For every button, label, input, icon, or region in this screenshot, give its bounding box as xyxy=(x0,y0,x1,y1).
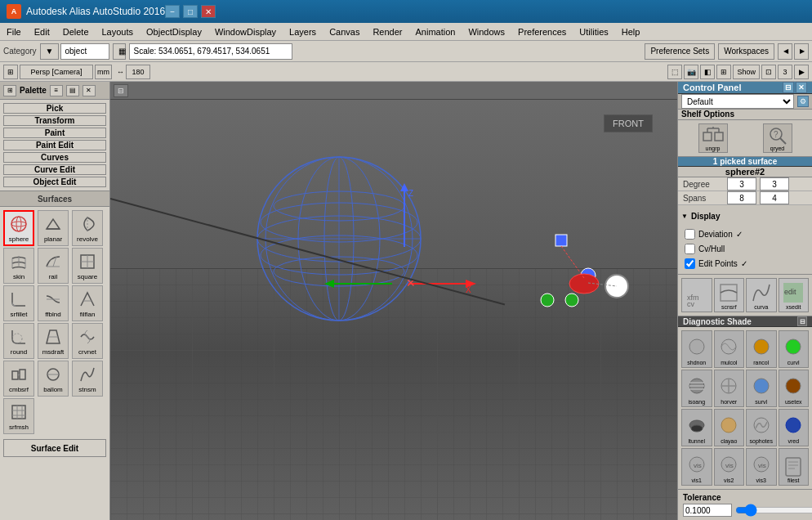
unit-btn[interactable]: mm xyxy=(95,65,112,79)
diag-icon-horver[interactable]: horver xyxy=(714,370,745,407)
xfm-icon-curva[interactable]: curva xyxy=(746,278,777,312)
surface-icon-square[interactable]: square xyxy=(72,248,103,284)
transform-btn[interactable]: Transform xyxy=(3,115,106,126)
category-value[interactable]: object xyxy=(60,43,109,60)
shelf-icon-qryed[interactable]: ? qryed xyxy=(763,123,792,153)
surface-icon-cmbsrf[interactable]: cmbsrf xyxy=(3,361,34,397)
category-picker-btn[interactable]: ▼ xyxy=(40,43,60,60)
menu-layouts[interactable]: Layouts xyxy=(96,25,141,38)
surface-icon-round[interactable]: round xyxy=(3,323,34,359)
vp-view-btn[interactable]: ◧ xyxy=(700,65,715,79)
show-button[interactable]: Show xyxy=(733,65,760,79)
spans-u-input[interactable] xyxy=(727,191,756,204)
surface-icon-revolve[interactable]: revolve xyxy=(72,210,103,246)
tolerance-input[interactable] xyxy=(683,504,732,517)
surface-icon-ffblnd[interactable]: ffblnd xyxy=(38,285,69,321)
palette-list-btn[interactable]: ≡ xyxy=(50,85,63,96)
diag-icon-mulcol[interactable]: mulcol xyxy=(714,330,745,368)
curves-btn[interactable]: Curves xyxy=(3,152,106,163)
diag-icon-ltunnel[interactable]: ltunnel xyxy=(681,409,712,446)
menu-windowdisplay[interactable]: WindowDisplay xyxy=(208,25,283,38)
diag-icon-vis1[interactable]: vis vis1 xyxy=(681,448,712,486)
diag-icon-usetex[interactable]: usetex xyxy=(779,370,810,407)
default-settings-btn[interactable]: ⚙ xyxy=(797,96,809,107)
menu-edit[interactable]: Edit xyxy=(28,25,56,38)
surface-icon-srfillet[interactable]: srfillet xyxy=(3,285,34,321)
surface-icon-planar[interactable]: planar xyxy=(38,210,69,246)
diag-icon-surevl[interactable]: survl xyxy=(746,370,777,407)
viewport-canvas[interactable]: Z X ✕ xyxy=(110,100,677,520)
menu-preferences[interactable]: Preferences xyxy=(511,25,573,38)
degree-u-input[interactable] xyxy=(727,177,756,191)
vp-icons-row[interactable]: ⬚ xyxy=(667,65,682,79)
surface-icon-ballom[interactable]: ballom xyxy=(38,361,69,397)
diag-icon-vis2[interactable]: vis vis2 xyxy=(714,448,745,486)
tolerance-slider[interactable] xyxy=(735,505,812,515)
surface-icon-rail[interactable]: rail xyxy=(38,248,69,284)
diag-icon-sophotes[interactable]: sophotes xyxy=(746,409,777,446)
edit-points-checkbox[interactable] xyxy=(685,258,695,269)
surface-icon-sphere[interactable]: sphere xyxy=(3,210,34,246)
menu-objectdisplay[interactable]: ObjectDisplay xyxy=(140,25,208,38)
vp-num2[interactable]: 3 xyxy=(778,65,792,79)
palette-view-btn[interactable]: ▤ xyxy=(66,85,79,96)
menu-animation[interactable]: Animation xyxy=(409,25,462,38)
surface-icon-filflan[interactable]: filflan xyxy=(72,285,103,321)
menu-render[interactable]: Render xyxy=(366,25,408,38)
xfm-icon-scnsrf[interactable]: scnsrf xyxy=(714,278,745,312)
vp-num1[interactable]: ⊡ xyxy=(761,65,776,79)
nav-btn2[interactable]: ▶ xyxy=(794,43,809,60)
maximize-button[interactable]: □ xyxy=(183,5,198,18)
diag-icon-filest[interactable]: filest xyxy=(779,448,810,486)
nav-btn1[interactable]: ◀ xyxy=(778,43,792,60)
pick-btn[interactable]: Pick xyxy=(3,103,106,114)
default-select[interactable]: Default xyxy=(681,94,794,109)
menu-layers[interactable]: Layers xyxy=(283,25,323,38)
deviation-checkbox[interactable] xyxy=(685,229,695,240)
shelf-icon-ungrp[interactable]: ungrp xyxy=(698,123,728,153)
viewport[interactable]: ⊟ xyxy=(110,82,677,520)
surface-icon-srfmsh[interactable]: srfmsh xyxy=(3,398,34,434)
menu-help[interactable]: Help xyxy=(615,25,647,38)
minimize-button[interactable]: − xyxy=(165,5,180,18)
close-button[interactable]: ✕ xyxy=(201,5,216,18)
curve-edit-btn[interactable]: Curve Edit xyxy=(3,164,106,175)
vp-layout-btn[interactable]: ⊞ xyxy=(716,65,731,79)
diag-icon-rancol[interactable]: rancol xyxy=(746,330,777,368)
diag-icon-vis3[interactable]: vis vis3 xyxy=(746,448,777,486)
cp-close-btn[interactable]: ✕ xyxy=(796,82,807,93)
preference-sets-btn[interactable]: Preference Sets xyxy=(645,43,715,60)
diag-icon-vred[interactable]: vred xyxy=(779,409,810,446)
surface-edit-button[interactable]: Surface Edit xyxy=(3,439,106,457)
snap-off-btn[interactable]: ⊟ xyxy=(114,84,128,97)
palette-close-btn[interactable]: ✕ xyxy=(83,85,96,96)
surface-icon-crvnet[interactable]: crvnet xyxy=(72,323,103,359)
menu-delete[interactable]: Delete xyxy=(56,25,96,38)
object-display-btn[interactable]: ▦ xyxy=(113,43,126,60)
zoom-value[interactable]: 180 xyxy=(126,65,150,79)
spans-v-input[interactable] xyxy=(760,191,789,204)
vp-scroll[interactable]: ▶ xyxy=(794,65,809,79)
diag-icon-isoang[interactable]: isoang xyxy=(681,370,712,407)
surface-icon-stnsm[interactable]: stnsm xyxy=(72,361,103,397)
xfm-icon-xsedit[interactable]: edit xsedit xyxy=(779,278,810,312)
vp-cam-btn[interactable]: 📷 xyxy=(684,65,698,79)
palette-grid-btn[interactable]: ⊞ xyxy=(3,85,16,96)
cp-detach-btn[interactable]: ⊟ xyxy=(783,82,794,93)
workspaces-btn[interactable]: Workspaces xyxy=(718,43,774,60)
camera-label[interactable]: Persp [Camera] xyxy=(20,65,93,79)
cvhull-checkbox[interactable] xyxy=(685,244,695,254)
surface-icon-msdraft[interactable]: msdraft xyxy=(38,323,69,359)
diag-expand-btn[interactable]: ⊟ xyxy=(797,316,807,326)
diag-icon-clayao[interactable]: clayao xyxy=(714,409,745,446)
surface-icon-skin[interactable]: skin xyxy=(3,248,34,284)
diag-icon-shdnon[interactable]: shdnon xyxy=(681,330,712,368)
degree-v-input[interactable] xyxy=(760,177,789,191)
xfm-icon-xfmcv[interactable]: xfm cv xyxy=(681,278,712,312)
menu-file[interactable]: File xyxy=(0,25,28,38)
menu-windows[interactable]: Windows xyxy=(462,25,511,38)
menu-utilities[interactable]: Utilities xyxy=(573,25,614,38)
diag-icon-curvl[interactable]: curvl xyxy=(779,330,810,368)
menu-canvas[interactable]: Canvas xyxy=(323,25,366,38)
object-edit-btn[interactable]: Object Edit xyxy=(3,177,106,187)
